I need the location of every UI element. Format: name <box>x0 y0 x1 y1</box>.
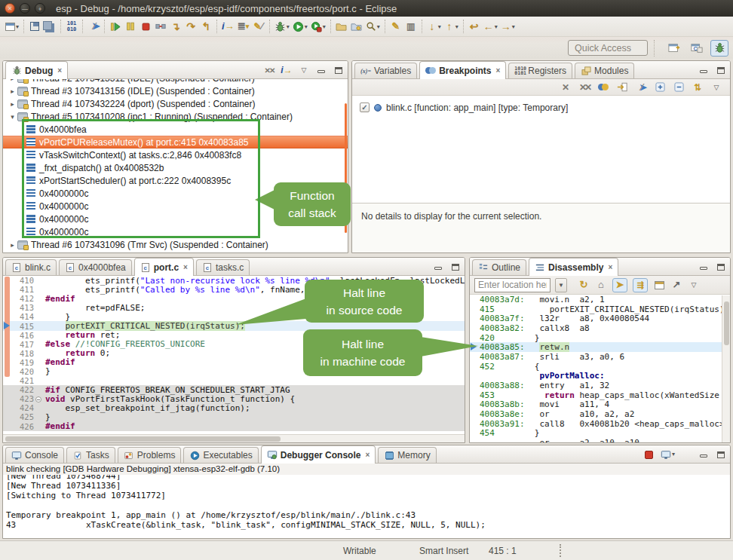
tab-tasks-c[interactable]: ctasks.c <box>196 259 250 275</box>
profile-button[interactable]: ▾ <box>309 18 327 35</box>
tab-breakpoints[interactable]: Breakpoints× <box>419 61 506 79</box>
tab-disassembly[interactable]: Disassembly× <box>529 258 618 276</box>
dropdown-arrow-icon[interactable]: ▾ <box>512 23 515 30</box>
suspend-button[interactable] <box>123 18 138 35</box>
tab-memory[interactable]: Memory <box>378 447 436 463</box>
debug-frame-row[interactable]: 0x4000000c <box>3 225 348 238</box>
debug-perspective-button[interactable] <box>710 40 728 57</box>
step-over-button[interactable]: ↷ <box>183 18 198 35</box>
minimize-icon[interactable] <box>315 63 327 77</box>
view-menu-icon[interactable]: ▽ <box>298 63 310 77</box>
last-edit-location-button[interactable]: ↩ <box>467 18 482 35</box>
editor-gutter[interactable] <box>3 358 13 367</box>
code-line[interactable]: 422#if CONFIG_FREERTOS_BREAK_ON_SCHEDULE… <box>3 385 465 394</box>
breakpoint-row[interactable]: ✓blink.c [function: app_main] [type: Tem… <box>352 100 730 115</box>
dropdown-arrow-icon[interactable]: ▾ <box>455 23 459 30</box>
disassembly-line[interactable]: 40083a7d: movi.n a2, 1 <box>470 295 730 304</box>
vertical-scrollbar[interactable] <box>722 295 730 442</box>
tab-variables[interactable]: (x)=Variables <box>354 63 417 78</box>
refresh-button[interactable]: ↻ <box>578 278 590 292</box>
new-disassembly-view-button[interactable] <box>653 278 665 292</box>
external-tools-button[interactable]: ✎ <box>388 18 403 35</box>
tab-blink-c[interactable]: cblink.c <box>5 259 57 275</box>
close-icon[interactable]: × <box>496 66 501 75</box>
open-element-button[interactable]: 101010 <box>64 18 79 35</box>
open-perspective-button[interactable] <box>665 40 683 57</box>
minimize-icon[interactable] <box>432 260 444 274</box>
debug-frame-row[interactable]: vPortCPUReleaseMutex() at port.c:415 0x4… <box>3 136 348 148</box>
open-repository-button[interactable] <box>349 18 364 35</box>
previous-annotation-button[interactable]: ↑▾ <box>443 18 460 35</box>
horizontal-scrollbar[interactable] <box>3 434 465 442</box>
code-line[interactable]: 423void vPortFirstTaskHook(TaskFunction_… <box>3 394 465 403</box>
disassembly-line[interactable]: 40083a87: srli a3, a0, 6 <box>470 352 730 362</box>
breakpoint-checkbox[interactable]: ✓ <box>360 103 370 112</box>
tab-executables[interactable]: Executables <box>183 447 258 463</box>
editor-gutter[interactable] <box>3 285 13 294</box>
editor-gutter[interactable] <box>3 294 13 303</box>
debug-thread-row[interactable]: ▸Thread #3 1073413156 (IDLE) (Suspended … <box>3 84 348 97</box>
disassembly-line[interactable]: 415 portEXIT_CRITICAL_NESTED(irqStatus) <box>470 304 730 314</box>
skip-all-breakpoints-main-button[interactable]: ➤∕ <box>86 18 101 35</box>
close-window-icon[interactable]: ✕ <box>5 3 15 14</box>
instruction-stepping-button[interactable]: i→ <box>281 63 293 77</box>
dropdown-arrow-icon[interactable]: ▾ <box>377 23 380 30</box>
close-icon[interactable]: × <box>183 263 188 271</box>
location-dropdown-icon[interactable]: ▼ <box>555 278 567 292</box>
minimize-icon[interactable] <box>698 260 710 274</box>
close-icon[interactable]: × <box>608 263 612 271</box>
dropdown-arrow-icon[interactable]: ▾ <box>438 23 441 30</box>
remove-all-terminated-button[interactable]: ✕✕ <box>263 63 275 77</box>
editor-gutter[interactable] <box>3 340 13 349</box>
disassembly-listing[interactable]: 40083a7d: movi.n a2, 1415 portEXIT_CRITI… <box>470 295 730 443</box>
tab-registers[interactable]: 10100101Registers <box>508 63 572 78</box>
terminate-console-button[interactable] <box>643 448 655 461</box>
minimize-icon[interactable] <box>698 63 710 77</box>
step-into-button[interactable]: ↴ <box>168 18 183 35</box>
editor-gutter[interactable] <box>3 412 13 421</box>
search-button[interactable]: ▾ <box>364 18 382 35</box>
tab-console[interactable]: Console <box>5 447 64 463</box>
save-all-button[interactable] <box>42 18 57 35</box>
close-icon[interactable]: × <box>365 451 370 459</box>
code-line[interactable]: 425} <box>3 412 465 421</box>
tab-modules[interactable]: Modules <box>575 63 634 78</box>
disassembly-line[interactable]: 40083a8e: or a10, a2, a2 <box>470 409 730 419</box>
code-line[interactable]: 424 esp_set_breakpoint_if_jtag(function)… <box>3 403 465 412</box>
forward-button[interactable]: →▾ <box>499 18 517 35</box>
minimize-window-icon[interactable]: — <box>20 3 30 14</box>
tab-problems[interactable]: Problems <box>118 447 182 463</box>
disassembly-line[interactable]: pvPortMalloc: <box>470 372 730 381</box>
console-menu-button[interactable] <box>680 448 692 461</box>
disassembly-line[interactable]: 40083a88: entry a1, 32 <box>470 381 730 390</box>
next-annotation-button[interactable]: ↓▾ <box>425 18 443 35</box>
expander-icon[interactable]: ▸ <box>8 100 17 108</box>
editor-gutter[interactable] <box>3 376 13 385</box>
console-output[interactable]: [New Thread 1073468744][New Thread 10734… <box>3 475 730 538</box>
location-input[interactable] <box>474 278 551 292</box>
show-debug-context-button[interactable]: ≣▾ <box>236 18 251 35</box>
run-button[interactable]: ▾ <box>291 18 309 35</box>
editor-gutter[interactable] <box>3 331 13 340</box>
disassembly-line[interactable]: 454 } <box>470 429 730 439</box>
debug-thread-row[interactable]: ▸Thread #2 1073413312 (IDLE) (Suspended … <box>3 79 348 84</box>
disconnect-button[interactable] <box>153 18 168 35</box>
disassembly-line[interactable]: or a2, a10, a10 <box>470 438 730 443</box>
skip-all-breakpoints-button[interactable]: ➤∕ <box>635 81 647 94</box>
open-new-view-button[interactable]: ↗ <box>670 278 682 292</box>
save-button[interactable] <box>27 18 42 35</box>
open-task-button[interactable] <box>334 18 349 35</box>
goto-file-button[interactable] <box>616 81 628 94</box>
tab-debug[interactable]: Debug × <box>5 61 68 79</box>
dropdown-arrow-icon[interactable]: ▾ <box>16 23 19 30</box>
instruction-stepping-button[interactable]: i→ <box>220 18 236 35</box>
debug-button[interactable]: ▾ <box>273 18 291 35</box>
cpp-perspective-button[interactable]: C <box>688 40 706 57</box>
editor-gutter[interactable] <box>3 276 13 285</box>
quick-access-box[interactable]: Quick Access <box>568 40 648 56</box>
sync-active-context-button[interactable]: ➤ <box>612 278 627 292</box>
tab-0x4000bfea[interactable]: c0x4000bfea <box>59 259 132 275</box>
view-menu-dis-button[interactable]: ▽ <box>688 278 700 292</box>
step-return-button[interactable]: ↰ <box>198 18 213 35</box>
editor-gutter[interactable] <box>3 403 13 412</box>
